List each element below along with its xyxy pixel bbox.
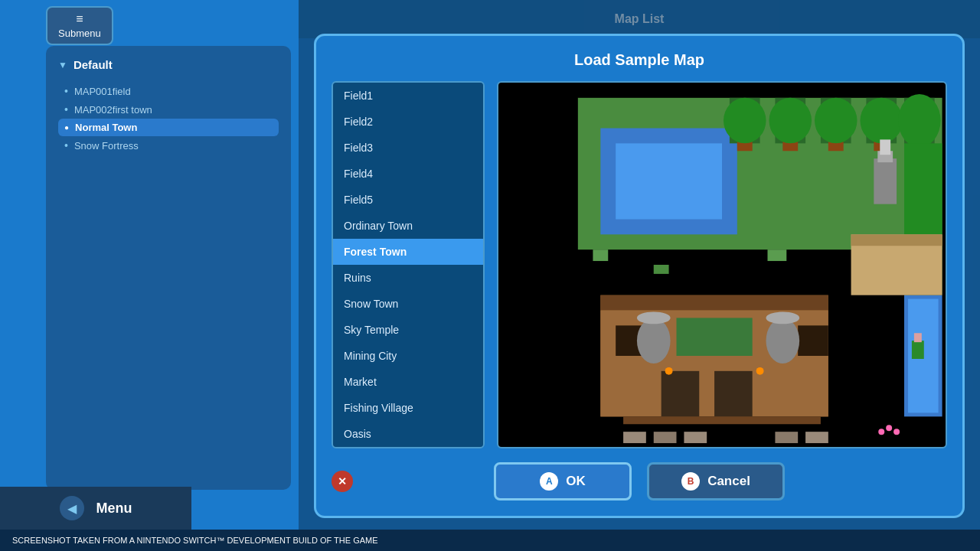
map-list-item[interactable]: Field4 [333, 161, 483, 187]
menu-label: Menu [96, 500, 132, 517]
modal-footer: ✕ A OK B Cancel [332, 462, 947, 500]
map-list-item[interactable]: Ordinary Town [333, 213, 483, 239]
svg-point-16 [815, 97, 858, 143]
sidebar-section-title: ▼ Default [58, 58, 279, 71]
map-list-item[interactable]: Field1 [333, 83, 483, 109]
submenu-icon: ≡ [76, 12, 83, 26]
map-list-item[interactable]: Fishing Village [333, 395, 483, 421]
modal-title: Load Sample Map [332, 51, 947, 69]
sidebar-item[interactable]: Normal Town [58, 119, 279, 136]
svg-rect-27 [662, 370, 700, 416]
map-preview-panel [497, 81, 947, 448]
svg-point-14 [724, 97, 766, 143]
submenu-label: Submenu [58, 28, 101, 39]
svg-point-43 [893, 429, 900, 435]
map-list-item[interactable]: Slums [333, 447, 483, 448]
load-sample-map-modal: Load Sample Map Field1Field2Field3Field4… [314, 34, 965, 518]
bottom-menu: ◀ Menu [0, 487, 191, 530]
svg-rect-25 [600, 295, 828, 310]
svg-rect-4 [616, 143, 722, 219]
svg-point-50 [756, 367, 764, 374]
map-list-item[interactable]: Sky Temple [333, 317, 483, 343]
map-list-panel[interactable]: Field1Field2Field3Field4Field5Ordinary T… [332, 81, 485, 448]
svg-rect-44 [623, 432, 646, 443]
svg-rect-36 [677, 318, 753, 356]
svg-point-18 [898, 93, 941, 146]
svg-point-33 [637, 311, 671, 324]
cancel-label: Cancel [707, 474, 750, 489]
svg-point-35 [766, 311, 800, 324]
map-list-item[interactable]: Market [333, 369, 483, 395]
svg-rect-53 [593, 249, 608, 261]
sidebar-arrow-icon: ▼ [58, 60, 67, 70]
close-button[interactable]: ✕ [332, 471, 353, 492]
svg-rect-55 [654, 265, 669, 274]
svg-rect-54 [768, 249, 787, 261]
map-list-item[interactable]: Ruins [333, 265, 483, 291]
svg-point-41 [878, 429, 884, 435]
svg-rect-19 [904, 143, 942, 234]
sidebar-list: MAP001fieldMAP002first townNormal TownSn… [58, 82, 279, 155]
cancel-badge: B [681, 472, 700, 491]
svg-rect-23 [880, 139, 890, 155]
map-list-item[interactable]: Field2 [333, 109, 483, 135]
svg-rect-48 [805, 432, 828, 443]
sidebar: ▼ Default MAP001fieldMAP002first townNor… [46, 46, 291, 490]
svg-rect-52 [851, 234, 942, 246]
svg-rect-39 [912, 341, 924, 359]
svg-point-17 [860, 97, 903, 143]
map-list-item[interactable]: Snow Town [333, 291, 483, 317]
map-list-item[interactable]: Field5 [333, 187, 483, 213]
svg-rect-2 [501, 97, 577, 446]
ok-button[interactable]: A OK [494, 462, 632, 500]
svg-rect-47 [775, 432, 798, 443]
ok-label: OK [566, 474, 586, 489]
modal-overlay: Load Sample Map Field1Field2Field3Field4… [299, 0, 980, 551]
modal-body: Field1Field2Field3Field4Field5Ordinary T… [332, 81, 947, 448]
svg-point-32 [637, 318, 671, 364]
svg-point-49 [665, 367, 673, 374]
map-list-item[interactable]: Field3 [333, 135, 483, 161]
map-list-item[interactable]: Oasis [333, 421, 483, 447]
submenu-button[interactable]: ≡ Submenu [46, 6, 113, 45]
sidebar-item[interactable]: MAP001field [58, 82, 279, 100]
sidebar-title-text: Default [74, 58, 113, 71]
svg-rect-45 [654, 432, 677, 443]
map-preview-svg [498, 83, 946, 447]
menu-back-icon[interactable]: ◀ [60, 496, 84, 520]
bottom-bar: SCREENSHOT TAKEN FROM A NINTENDO SWITCH™… [0, 530, 980, 551]
svg-point-42 [886, 425, 892, 431]
svg-rect-31 [623, 416, 821, 424]
bottom-notice: SCREENSHOT TAKEN FROM A NINTENDO SWITCH™… [12, 536, 378, 545]
svg-rect-46 [684, 432, 707, 443]
map-list-item[interactable]: Mining City [333, 343, 483, 369]
svg-point-34 [766, 318, 800, 364]
cancel-button[interactable]: B Cancel [647, 462, 785, 500]
svg-rect-30 [798, 325, 828, 356]
sidebar-item[interactable]: MAP002first town [58, 100, 279, 119]
sidebar-item[interactable]: Snow Fortress [58, 136, 279, 155]
svg-rect-28 [714, 370, 753, 416]
svg-rect-21 [874, 158, 897, 204]
svg-rect-40 [914, 333, 922, 342]
map-list-item[interactable]: Forest Town [333, 239, 483, 265]
svg-point-15 [769, 97, 812, 143]
ok-badge: A [540, 472, 558, 491]
